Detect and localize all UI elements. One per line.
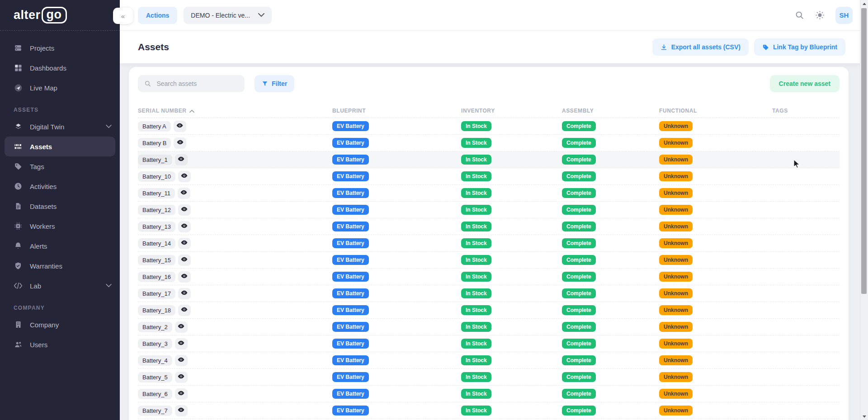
serial-number-chip[interactable]: Battery_10 <box>138 171 175 182</box>
sidebar-item-lab[interactable]: Lab <box>0 276 120 296</box>
serial-number-chip[interactable]: Battery_1 <box>138 155 172 165</box>
view-asset-button[interactable] <box>178 271 191 283</box>
serial-number-chip[interactable]: Battery_6 <box>138 389 172 399</box>
actions-button[interactable]: Actions <box>138 7 177 24</box>
assembly-status-badge: Complete <box>562 389 596 399</box>
sidebar-item-dashboards[interactable]: Dashboards <box>0 58 120 78</box>
serial-number-chip[interactable]: Battery_12 <box>138 205 175 215</box>
serial-number-chip[interactable]: Battery_5 <box>138 372 172 382</box>
altergo-logo[interactable]: altergo <box>14 7 67 23</box>
assembly-status-badge: Complete <box>562 305 596 315</box>
eye-icon <box>178 390 184 397</box>
filter-button[interactable]: Filter <box>255 75 294 92</box>
blueprint-cell: EV Battery <box>332 272 461 282</box>
sidebar-item-label: Dashboards <box>30 64 66 72</box>
sidebar-item-warranties[interactable]: Warranties <box>0 256 120 276</box>
column-header-tags[interactable]: TAGS <box>772 108 840 114</box>
sidebar-item-live-map[interactable]: Live Map <box>0 78 120 98</box>
blueprint-badge: EV Battery <box>332 305 369 315</box>
sidebar-item-activities[interactable]: Activities <box>0 176 120 196</box>
sidebar-item-alerts[interactable]: Alerts <box>0 236 120 256</box>
column-header-assembly[interactable]: ASSEMBLY <box>562 108 659 114</box>
column-header-serial-number[interactable]: SERIAL NUMBER <box>138 108 332 114</box>
view-asset-button[interactable] <box>174 121 186 132</box>
view-asset-button[interactable] <box>178 171 191 182</box>
view-asset-button[interactable] <box>178 255 191 266</box>
blueprint-cell: EV Battery <box>332 372 461 382</box>
view-asset-button[interactable] <box>178 188 190 199</box>
blueprint-badge: EV Battery <box>332 288 369 298</box>
scrollbar-up-arrow[interactable] <box>860 0 868 7</box>
assembly-status-badge: Complete <box>562 188 596 198</box>
view-asset-button[interactable] <box>175 372 188 383</box>
view-asset-button[interactable] <box>175 355 188 366</box>
link-tag-blueprint-button[interactable]: Link Tag by Blueprint <box>754 38 845 56</box>
blueprint-cell: EV Battery <box>332 339 461 349</box>
view-asset-button[interactable] <box>175 321 188 333</box>
serial-number-chip[interactable]: Battery_15 <box>138 255 175 265</box>
user-avatar[interactable]: SH <box>835 7 853 24</box>
sidebar-item-tags[interactable]: Tags <box>0 156 120 176</box>
view-asset-button[interactable] <box>175 338 188 349</box>
view-asset-button[interactable] <box>178 238 191 249</box>
asset-search-box[interactable] <box>138 75 245 92</box>
table-body: Battery AEV BatteryIn StockCompleteUnkno… <box>138 118 840 420</box>
column-header-blueprint[interactable]: BLUEPRINT <box>332 108 461 114</box>
page-scrollbar[interactable] <box>860 0 868 420</box>
functional-status-cell: Unknown <box>659 238 772 248</box>
sidebar-item-workers[interactable]: Workers <box>0 216 120 236</box>
chevron-down-icon <box>106 125 112 128</box>
serial-number-chip[interactable]: Battery_18 <box>138 305 175 316</box>
search-assets-input[interactable] <box>156 80 238 88</box>
logo-text-left: alter <box>14 8 41 22</box>
functional-status-cell: Unknown <box>659 222 772 231</box>
blueprint-badge: EV Battery <box>332 121 369 131</box>
logo-row: altergo <box>0 0 120 31</box>
serial-number-chip[interactable]: Battery_17 <box>138 288 175 299</box>
project-selector-dropdown[interactable]: DEMO - Electric ve... <box>184 7 272 24</box>
sidebar-item-label: Alerts <box>30 242 47 250</box>
create-new-asset-button[interactable]: Create new asset <box>770 75 840 92</box>
serial-number-chip[interactable]: Battery_14 <box>138 238 175 249</box>
serial-number-chip[interactable]: Battery_4 <box>138 355 172 366</box>
export-assets-button[interactable]: Export all assets (CSV) <box>652 38 749 56</box>
sidebar-collapse-button[interactable]: « <box>113 8 133 24</box>
sidebar-item-datasets[interactable]: Datasets <box>0 196 120 216</box>
blueprint-cell: EV Battery <box>332 222 461 231</box>
serial-number-chip[interactable]: Battery_11 <box>138 188 175 198</box>
serial-number-chip[interactable]: Battery_7 <box>138 406 172 416</box>
sidebar-item-company[interactable]: Company <box>0 315 120 335</box>
serial-number-chip[interactable]: Battery_2 <box>138 322 172 332</box>
view-asset-button[interactable] <box>178 221 191 232</box>
serial-number-chip[interactable]: Battery_16 <box>138 272 175 282</box>
sidebar-item-projects[interactable]: Projects <box>0 38 120 58</box>
serial-number-chip[interactable]: Battery B <box>138 138 171 148</box>
column-header-functional[interactable]: FUNCTIONAL <box>659 108 772 114</box>
functional-status-badge: Unknown <box>659 339 693 349</box>
global-search-button[interactable] <box>795 10 804 20</box>
column-header-inventory[interactable]: INVENTORY <box>461 108 562 114</box>
assembly-status-badge: Complete <box>562 288 596 298</box>
theme-toggle-button[interactable] <box>815 10 825 20</box>
assembly-status-cell: Complete <box>562 389 659 399</box>
sidebar-item-users[interactable]: Users <box>0 335 120 354</box>
scrollbar-thumb[interactable] <box>861 8 867 294</box>
view-asset-button[interactable] <box>178 288 191 299</box>
functional-status-cell: Unknown <box>659 272 772 282</box>
serial-number-chip[interactable]: Battery_3 <box>138 339 172 349</box>
view-asset-button[interactable] <box>174 137 186 149</box>
functional-status-badge: Unknown <box>659 138 693 148</box>
sidebar-item-assets[interactable]: Assets <box>5 137 115 156</box>
view-asset-button[interactable] <box>175 405 188 416</box>
view-asset-button[interactable] <box>175 388 188 400</box>
sidebar-item-digital-twin[interactable]: Digital Twin <box>0 117 120 137</box>
view-asset-button[interactable] <box>175 154 188 165</box>
scrollbar-down-arrow[interactable] <box>860 413 868 420</box>
blueprint-cell: EV Battery <box>332 155 461 165</box>
view-asset-button[interactable] <box>178 305 191 316</box>
table-row: Battery_15EV BatteryIn StockCompleteUnkn… <box>138 252 840 269</box>
serial-number-chip[interactable]: Battery A <box>138 121 171 132</box>
assembly-status-badge: Complete <box>562 406 596 415</box>
view-asset-button[interactable] <box>178 204 191 216</box>
serial-number-chip[interactable]: Battery_13 <box>138 222 175 232</box>
